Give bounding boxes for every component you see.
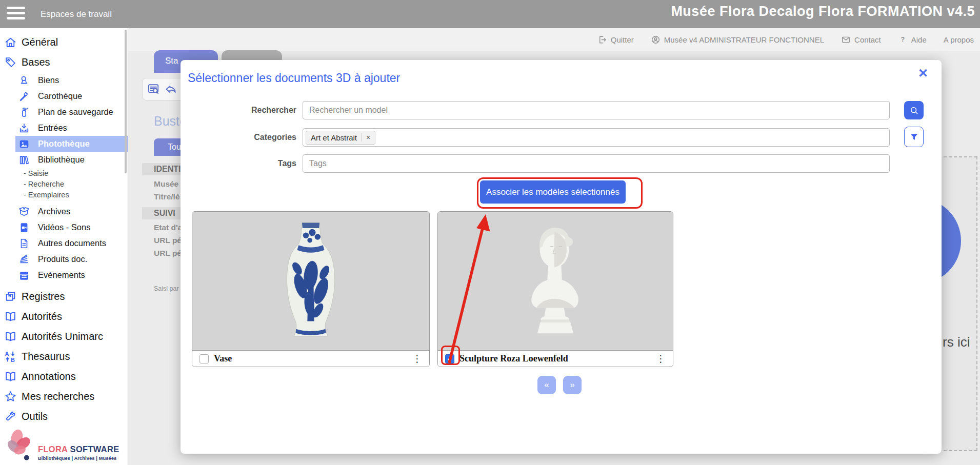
- sculpture-checkbox[interactable]: ✓: [445, 354, 454, 363]
- vase-illustration: [272, 218, 350, 345]
- kebab-menu-icon[interactable]: ⋮: [412, 354, 422, 363]
- open-book-icon: [4, 330, 17, 343]
- kebab-menu-icon[interactable]: ⋮: [656, 354, 666, 363]
- sidebar-item-label: Autorités Unimarc: [22, 331, 103, 342]
- sidebar-item-recherche[interactable]: - Recherche: [0, 178, 128, 189]
- sidebar-item-label: Général: [22, 36, 58, 48]
- brand-flora: FLORA: [38, 444, 68, 454]
- sidebar-item-phototheque[interactable]: Photothèque: [15, 136, 128, 152]
- sidebar-item-archives[interactable]: Archives: [15, 204, 128, 219]
- ab-sort-icon: AB: [4, 350, 17, 363]
- sidebar-item-saisie[interactable]: - Saisie: [0, 168, 128, 178]
- sidebar-item-biens[interactable]: Biens: [15, 72, 128, 88]
- sidebar: GénéralBasesBiensCarothèquePlan de sauve…: [0, 28, 128, 465]
- sidebar-item-plan-de-sauvegarde[interactable]: Plan de sauvegarde: [15, 104, 128, 120]
- sidebar-item-outils[interactable]: Outils: [0, 407, 128, 427]
- svg-text:B: B: [11, 357, 15, 363]
- pagination-prev-button[interactable]: «: [537, 376, 556, 394]
- sidebar-item-registres[interactable]: Registres: [0, 287, 128, 307]
- svg-text:A: A: [5, 351, 9, 357]
- copies-icon: [4, 290, 17, 303]
- hamburger-menu-icon[interactable]: [7, 7, 25, 22]
- chip-remove-icon[interactable]: ×: [362, 133, 370, 141]
- inbox-arrow-icon: [18, 123, 30, 134]
- sidebar-item-annotations[interactable]: Annotations: [0, 367, 128, 387]
- bust-illustration: [498, 222, 612, 340]
- star-icon: [4, 390, 17, 403]
- card-footer: ✓ Sculpture Roza Loewenfeld ⋮: [438, 351, 673, 367]
- field-label-url1: URL pé: [154, 236, 182, 245]
- sidebar-item-label: Entrées: [38, 123, 67, 133]
- model-card-sculpture[interactable]: ✓ Sculpture Roza Loewenfeld ⋮: [437, 211, 673, 367]
- sidebar-item-label: Autorités: [22, 311, 62, 322]
- stack-icon: [18, 254, 30, 265]
- field-label-musee: Musée: [154, 179, 178, 189]
- modal-title: Sélectionner les documents 3D à ajouter: [188, 71, 400, 85]
- sidebar-item-label: Outils: [22, 411, 48, 422]
- sidebar-item-label: Annotations: [22, 371, 76, 382]
- extinguisher-icon: [18, 107, 30, 118]
- sidebar-item-autorites-unimarc[interactable]: Autorités Unimarc: [0, 327, 128, 347]
- list-search-icon[interactable]: [147, 83, 160, 96]
- sidebar-item-general[interactable]: Général: [0, 32, 128, 52]
- sidebar-item-label: - Recherche: [24, 180, 64, 188]
- sidebar-item-produits-doc[interactable]: Produits doc.: [15, 251, 128, 267]
- sidebar-item-label: Carothèque: [38, 91, 82, 101]
- sidebar-item-label: Registres: [22, 291, 65, 302]
- associate-models-button[interactable]: Associer les modèles sélectionnés: [480, 180, 626, 204]
- pagination: « »: [537, 376, 582, 394]
- home-icon: [4, 36, 17, 49]
- sidebar-item-label: Mes recherches: [22, 391, 94, 402]
- section-suivi: SUIVI: [142, 207, 181, 219]
- tag-icon: [4, 56, 17, 69]
- bust-3d-preview: [438, 212, 673, 351]
- sidebar-item-carotheque[interactable]: Carothèque: [15, 88, 128, 104]
- statue-icon: [18, 75, 30, 86]
- top-header-bar: Espaces de travail Musée Flora Decalog F…: [0, 0, 980, 28]
- sidebar-item-entrees[interactable]: Entrées: [15, 120, 128, 136]
- wrench-icon: [4, 410, 17, 423]
- sidebar-item-evenements[interactable]: Evènements: [15, 267, 128, 283]
- field-label-url2: URL pé: [154, 249, 182, 258]
- sidebar-item-label: Thesaurus: [22, 351, 70, 362]
- sidebar-item-label: Bibliothèque: [38, 155, 85, 165]
- tags-input[interactable]: [303, 154, 890, 173]
- field-label-titre: Titre/lé: [154, 192, 180, 201]
- sidebar-item-label: Produits doc.: [38, 254, 87, 264]
- categories-label: Categories: [184, 133, 296, 142]
- books-icon: [18, 154, 30, 166]
- sidebar-item-autorites[interactable]: Autorités: [0, 307, 128, 327]
- sidebar-item-autres-documents[interactable]: Autres documents: [15, 235, 128, 251]
- sidebar-item-label: Bases: [22, 56, 50, 68]
- filter-button[interactable]: [904, 127, 924, 147]
- saisi-par-label: Saisi par: [154, 285, 179, 292]
- sidebar-item-thesaurus[interactable]: ABThesaurus: [0, 347, 128, 367]
- flora-flower-logo-icon: [4, 428, 34, 464]
- close-icon[interactable]: ✕: [918, 66, 928, 80]
- sidebar-item-bases[interactable]: Bases: [0, 52, 128, 72]
- search-button[interactable]: [904, 101, 924, 119]
- workspace-label[interactable]: Espaces de travail: [41, 9, 112, 19]
- section-identification: IDENTI: [142, 163, 181, 175]
- sidebar-item-exemplaires[interactable]: - Exemplaires: [0, 189, 128, 200]
- search-input[interactable]: [303, 101, 890, 119]
- card-footer: Vase ⋮: [192, 351, 429, 367]
- vase-3d-preview: [192, 212, 429, 351]
- sidebar-item-videos-sons[interactable]: Vidéos - Sons: [15, 219, 128, 235]
- pagination-next-button[interactable]: »: [563, 376, 582, 394]
- back-arrow-icon[interactable]: [164, 83, 177, 96]
- brand-tagline: Bibliothèques | Archives | Musées: [38, 455, 119, 461]
- categories-input[interactable]: Art et Abstrait ×: [303, 128, 890, 147]
- vase-checkbox[interactable]: [199, 354, 209, 363]
- model-card-vase[interactable]: Vase ⋮: [192, 211, 430, 367]
- sidebar-item-label: Vidéos - Sons: [38, 223, 90, 232]
- sidebar-scrollbar[interactable]: [125, 30, 127, 173]
- card-title: Sculpture Roza Loewenfeld: [459, 353, 568, 364]
- brand-software: SOFTWARE: [70, 444, 119, 454]
- filter-icon: [909, 132, 919, 143]
- flora-logo: FLORA SOFTWARE Bibliothèques | Archives …: [4, 428, 119, 464]
- sidebar-item-bibliotheque[interactable]: Bibliothèque: [15, 152, 128, 168]
- sidebar-item-mes-recherches[interactable]: Mes recherches: [0, 387, 128, 407]
- video-file-icon: [18, 222, 30, 233]
- open-book-icon: [4, 370, 17, 383]
